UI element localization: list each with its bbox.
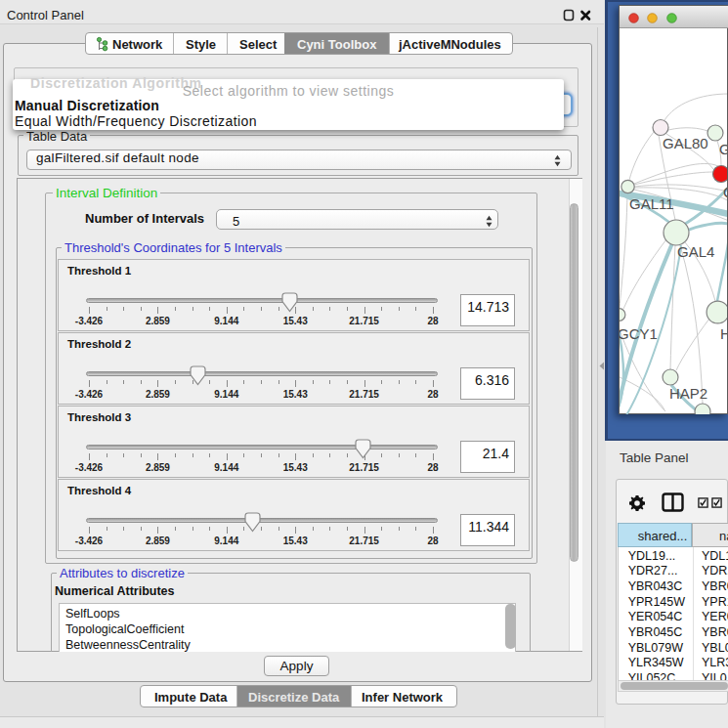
svg-text:GA: GA	[719, 141, 727, 157]
svg-text:H: H	[720, 325, 727, 342]
svg-text:HAP2: HAP2	[669, 385, 707, 402]
svg-text:GAL11: GAL11	[629, 195, 674, 212]
svg-text:GCY1: GCY1	[620, 325, 658, 342]
svg-text:C: C	[723, 184, 727, 200]
svg-text:GAL4: GAL4	[677, 243, 714, 260]
svg-text:GAL80: GAL80	[663, 135, 708, 151]
